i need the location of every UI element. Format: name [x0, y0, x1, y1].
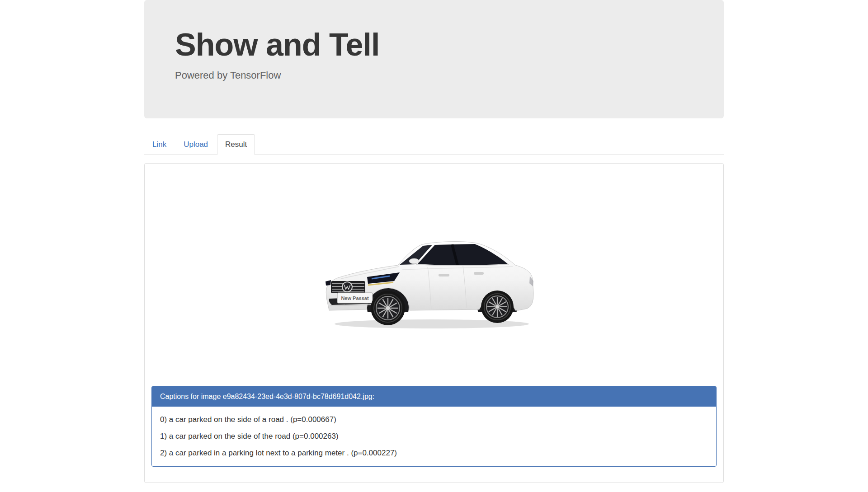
- result-image-wrap: New Passat: [151, 170, 717, 386]
- front-wheel: [371, 291, 405, 325]
- page-subtitle: Powered by TensorFlow: [175, 70, 693, 81]
- captions-panel-header: Captions for image e9a82434-23ed-4e3d-80…: [152, 386, 716, 407]
- result-pane: New Passat: [144, 163, 724, 483]
- tab-result-label[interactable]: Result: [217, 134, 255, 155]
- tab-bar: Link Upload Result: [144, 134, 724, 155]
- tab-upload[interactable]: Upload: [175, 134, 216, 155]
- tab-upload-label[interactable]: Upload: [175, 134, 216, 155]
- caption-item: 0) a car parked on the side of a road . …: [160, 415, 708, 425]
- caption-item: 2) a car parked in a parking lot next to…: [160, 448, 708, 458]
- car-image: New Passat: [321, 222, 547, 335]
- hero-banner: Show and Tell Powered by TensorFlow: [144, 0, 724, 118]
- page-title: Show and Tell: [175, 29, 693, 61]
- car-plate-badge: New Passat: [341, 295, 368, 301]
- tab-result[interactable]: Result: [217, 134, 255, 155]
- captions-panel-body: 0) a car parked on the side of a road . …: [152, 407, 716, 466]
- caption-item: 1) a car parked on the side of the road …: [160, 431, 708, 441]
- captions-panel: Captions for image e9a82434-23ed-4e3d-80…: [151, 386, 717, 467]
- rear-wheel: [481, 291, 514, 323]
- tab-link-label[interactable]: Link: [144, 134, 175, 155]
- page-container: Show and Tell Powered by TensorFlow Link…: [144, 0, 724, 483]
- tab-link[interactable]: Link: [144, 134, 175, 155]
